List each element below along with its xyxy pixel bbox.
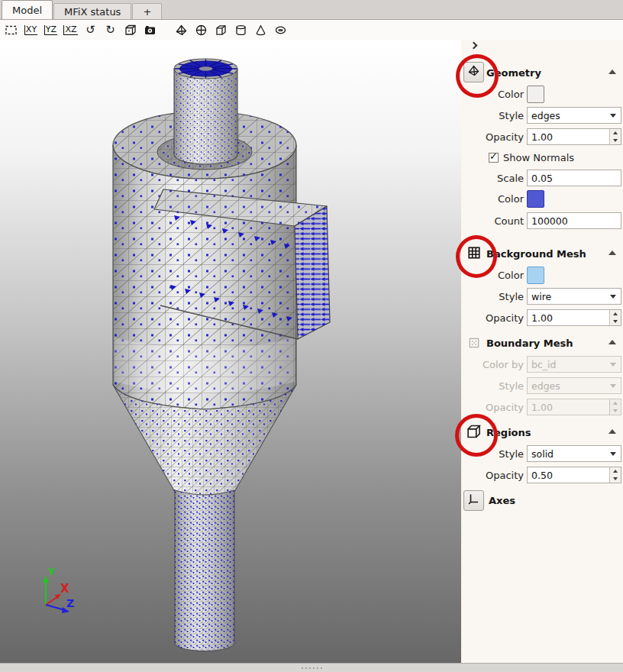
geometry-opacity-label: Opacity: [461, 131, 524, 143]
add-sphere-button[interactable]: [194, 22, 208, 37]
spin-down-button[interactable]: [610, 318, 621, 325]
boundary-mesh-section-title: Boundary Mesh: [486, 338, 573, 349]
geometry-style-select[interactable]: edges: [527, 107, 621, 124]
background-mesh-style-select[interactable]: wire: [527, 288, 621, 305]
axis-label-y: Y: [47, 566, 56, 577]
fit-view-button[interactable]: [4, 22, 18, 37]
background-mesh-section-title: Background Mesh: [486, 248, 586, 260]
geometry-toggle-button[interactable]: [174, 22, 189, 37]
show-normals-checkbox[interactable]: ✓: [489, 153, 499, 163]
normals-scale-input[interactable]: 0.05: [527, 170, 621, 186]
box-icon: [215, 24, 228, 37]
dashed-selection-box-icon: [5, 24, 18, 37]
add-torus-button[interactable]: [273, 22, 288, 37]
background-mesh-icon[interactable]: [467, 246, 481, 260]
rotate-ccw-icon: ↺: [86, 24, 95, 36]
regions-section-title: Regions: [486, 427, 531, 438]
boundary-mesh-color-by-select: bc_id: [527, 356, 621, 373]
xz-label: XZ: [63, 25, 77, 35]
view-yz-button[interactable]: YZ: [44, 22, 58, 37]
camera-icon: [144, 24, 157, 37]
tab-model[interactable]: Model: [2, 0, 53, 19]
yz-label: YZ: [44, 25, 57, 35]
perspective-button[interactable]: [123, 22, 137, 37]
normals-scale-label: Scale: [461, 173, 524, 184]
regions-collapse-arrow[interactable]: [608, 429, 616, 434]
geometry-style-label: Style: [461, 110, 524, 121]
background-mesh-style-label: Style: [461, 291, 524, 302]
boundary-mesh-opacity-label: Opacity: [461, 402, 524, 413]
tab-add[interactable]: +: [132, 3, 162, 19]
background-mesh-opacity-value: 1.00: [531, 312, 553, 324]
add-cone-button[interactable]: [253, 22, 268, 37]
background-mesh-collapse-arrow[interactable]: [608, 250, 616, 255]
normals-count-label: Count: [461, 215, 524, 227]
regions-opacity-spinbox[interactable]: 0.50: [527, 467, 621, 483]
perspective-cube-icon: [124, 24, 137, 37]
spin-up-button[interactable]: [610, 129, 621, 137]
regions-style-label: Style: [461, 448, 524, 460]
view-xy-button[interactable]: XY: [24, 22, 38, 37]
regions-style-select[interactable]: solid: [527, 445, 621, 462]
cone-icon: [254, 24, 267, 37]
normals-count-value: 100000: [531, 215, 568, 227]
geometry-section-button[interactable]: [463, 62, 484, 82]
regions-opacity-label: Opacity: [461, 470, 524, 481]
axis-label-z: Z: [66, 597, 74, 609]
visualization-panel: Geometry Color Style edges Opacity 1.00 …: [461, 40, 623, 663]
boundary-mesh-style-select: edges: [527, 377, 621, 394]
background-mesh-color-swatch[interactable]: [527, 267, 544, 284]
spin-down-button[interactable]: [610, 137, 621, 144]
chevron-down-icon: [610, 295, 616, 299]
mfix-window: Model MFiX status + XY YZ XZ ↺ ↻: [0, 0, 623, 672]
add-box-button[interactable]: [214, 22, 228, 37]
chevron-down-icon: [610, 452, 616, 456]
normals-color-swatch[interactable]: [527, 190, 544, 208]
regions-icon[interactable]: [465, 423, 482, 440]
screenshot-button[interactable]: [143, 22, 157, 37]
tab-mfix-status[interactable]: MFiX status: [53, 3, 131, 19]
xy-label: XY: [24, 25, 37, 35]
rotate-left-button[interactable]: ↺: [83, 22, 98, 37]
rotate-right-button[interactable]: ↻: [103, 22, 118, 37]
geometry-opacity-value: 1.00: [531, 131, 553, 143]
background-mesh-style-value: wire: [531, 291, 551, 302]
geometry-icon: [467, 64, 480, 80]
geometry-icon: [175, 24, 188, 37]
3d-viewport[interactable]: Y X Z: [0, 40, 461, 663]
regions-opacity-value: 0.50: [531, 470, 553, 481]
geometry-section-title: Geometry: [486, 67, 541, 79]
normals-scale-value: 0.05: [531, 173, 553, 184]
normals-count-input[interactable]: 100000: [527, 212, 621, 229]
sphere-icon: [195, 24, 208, 37]
spin-up-button[interactable]: [610, 310, 621, 318]
chevron-down-icon: [610, 384, 616, 388]
geometry-opacity-spinbox[interactable]: 1.00: [527, 128, 621, 145]
splitter-handle[interactable]: [0, 663, 623, 672]
boundary-mesh-opacity-spinbox: 1.00: [527, 399, 621, 415]
spin-down-button: [610, 407, 621, 415]
collapse-panel-button[interactable]: [470, 42, 478, 50]
boundary-mesh-color-by-label: Color by: [461, 359, 524, 370]
boundary-mesh-opacity-value: 1.00: [531, 402, 553, 413]
background-mesh-opacity-label: Opacity: [461, 312, 524, 324]
boundary-mesh-icon[interactable]: [467, 336, 481, 350]
boundary-mesh-collapse-arrow[interactable]: [608, 340, 616, 344]
geometry-color-label: Color: [461, 89, 524, 100]
axes-toggle-button[interactable]: [463, 490, 484, 511]
add-cylinder-button[interactable]: [234, 22, 248, 37]
geometry-color-swatch[interactable]: [527, 86, 544, 103]
axes-icon: [467, 493, 480, 509]
axes-section-title: Axes: [489, 495, 515, 506]
spin-up-button[interactable]: [610, 467, 621, 475]
chevron-down-icon: [610, 114, 616, 118]
regions-style-value: solid: [531, 448, 554, 460]
background-mesh-color-label: Color: [461, 270, 524, 281]
boundary-mesh-style-label: Style: [461, 380, 524, 392]
geometry-collapse-arrow[interactable]: [608, 69, 616, 74]
chevron-down-icon: [610, 363, 616, 367]
geometry-style-value: edges: [531, 110, 560, 121]
background-mesh-opacity-spinbox[interactable]: 1.00: [527, 309, 621, 326]
view-xz-button[interactable]: XZ: [63, 22, 78, 37]
spin-down-button[interactable]: [610, 475, 621, 483]
